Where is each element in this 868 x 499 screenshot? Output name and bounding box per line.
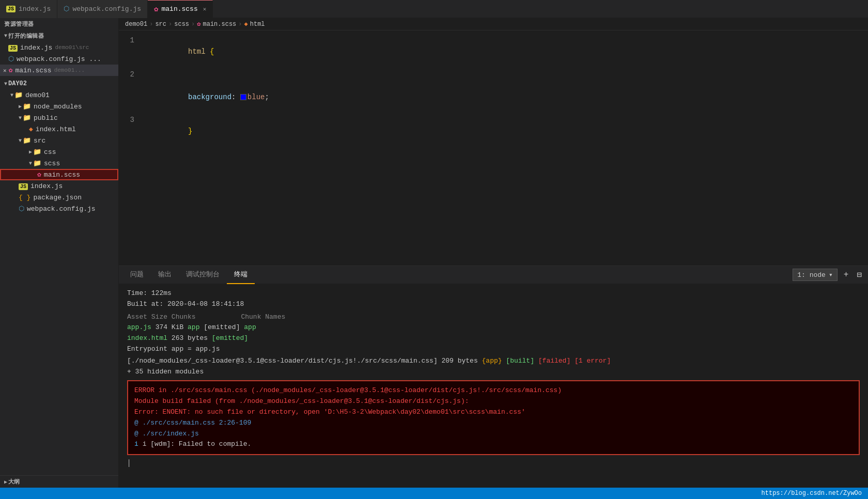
line-content-2: background: blue; xyxy=(145,69,868,114)
tab-close-main-scss[interactable]: ✕ xyxy=(203,6,207,12)
dropdown-value: 1: node xyxy=(797,271,826,279)
outline-header[interactable]: ▶ 大纲 xyxy=(0,475,118,488)
terminal-add-button[interactable]: + xyxy=(842,270,851,279)
json-icon: { } xyxy=(19,194,30,201)
breadcrumb-html-icon: ◆ xyxy=(244,20,248,28)
asset-index-html-emitted: [emitted] xyxy=(212,334,248,342)
editor-line-2: 2 background: blue; xyxy=(119,69,868,114)
colon: : xyxy=(231,93,240,101)
open-editors-label: 打开的编辑器 xyxy=(8,32,44,40)
breadcrumb-main-scss[interactable]: main.scss xyxy=(203,21,236,28)
open-editor-main-scss[interactable]: ✕ ✿ main.scss demo01... xyxy=(0,65,118,76)
editor-line-1: 1 html { xyxy=(119,35,868,69)
breadcrumb-sep-4: › xyxy=(238,21,242,28)
chevron-icon: ▼ xyxy=(4,33,7,39)
breadcrumb-sep-2: › xyxy=(168,21,172,28)
tab-debug-console[interactable]: 调试控制台 xyxy=(179,266,227,284)
folder-public[interactable]: ▼ 📁 public xyxy=(0,112,118,123)
folder-node-modules[interactable]: ▶ 📁 node_modules xyxy=(0,101,118,112)
folder-icon-css: 📁 xyxy=(33,148,41,156)
module-line-size: 209 bytes xyxy=(442,357,482,365)
line-content-3: } xyxy=(145,114,868,148)
error-line-5: @ ./src/index.js xyxy=(134,429,853,440)
src-chevron: ▼ xyxy=(19,138,22,144)
folder-label-node-modules: node_modules xyxy=(34,103,82,111)
folder-label-public: public xyxy=(34,114,58,122)
error-line-1: ERROR in ./src/scss/main.css (./node_mod… xyxy=(134,385,853,396)
file-index-html[interactable]: ◆ index.html xyxy=(0,123,118,135)
tab-output-label: 输出 xyxy=(158,270,172,279)
asset-app-js-size: 374 KiB xyxy=(156,323,188,331)
tab-label-index-js: index.js xyxy=(19,5,51,13)
tab-problems-label: 问题 xyxy=(130,270,144,279)
file-main-scss[interactable]: ✿ main.scss xyxy=(0,169,118,180)
status-bar: https://blog.csdn.net/ZywOo xyxy=(0,488,868,499)
terminal-time: Time: 122ms xyxy=(127,288,860,299)
tab-bar: JS index.js ⬡ webpack.config.js ✿ main.s… xyxy=(0,0,868,18)
brace-open: { xyxy=(206,48,214,56)
public-chevron: ▼ xyxy=(19,115,22,121)
node-modules-chevron: ▶ xyxy=(19,103,22,110)
breadcrumb-html[interactable]: html xyxy=(250,21,265,28)
tab-problems[interactable]: 问题 xyxy=(123,266,151,284)
line-num-3: 3 xyxy=(119,114,145,126)
scss-chevron: ▼ xyxy=(29,161,32,166)
module-line-error-count: [1 error] xyxy=(575,357,611,365)
scss-tree-icon: ✿ xyxy=(37,170,41,179)
tab-main-scss[interactable]: ✿ main.scss ✕ xyxy=(148,0,213,18)
folder-css[interactable]: ▶ 📁 css xyxy=(0,146,118,158)
breadcrumb-scss[interactable]: scss xyxy=(174,21,189,28)
line-content-1: html { xyxy=(145,35,868,69)
tab-index-js[interactable]: JS index.js xyxy=(0,0,57,18)
folder-label-demo01: demo01 xyxy=(25,91,50,99)
explorer-label: 资源管理器 xyxy=(4,20,34,28)
oe-sublabel-index-js: demo01\src xyxy=(55,44,89,51)
breadcrumb-sep-3: › xyxy=(191,21,195,28)
folder-demo01[interactable]: ▼ 📁 demo01 xyxy=(0,89,118,101)
explorer-header[interactable]: 资源管理器 xyxy=(0,18,118,30)
semicolon: ; xyxy=(265,93,269,101)
tab-output[interactable]: 输出 xyxy=(151,266,179,284)
folder-src[interactable]: ▼ 📁 src xyxy=(0,135,118,146)
file-package-json[interactable]: { } package.json xyxy=(0,192,118,203)
open-editor-index-js[interactable]: JS index.js demo01\src xyxy=(0,42,118,53)
line-num-2: 2 xyxy=(119,69,145,80)
code-editor[interactable]: 1 html { 2 background: blue; 3 } xyxy=(119,30,868,266)
oe-close-main-scss[interactable]: ✕ xyxy=(3,67,7,74)
file-webpack-config-tree[interactable]: ⬡ webpack.config.js xyxy=(0,203,118,214)
day02-header[interactable]: ▼ DAY02 xyxy=(0,78,118,89)
asset-app-js-chunk: app xyxy=(188,323,199,331)
folder-icon-demo01: 📁 xyxy=(14,91,23,99)
main-layout: 资源管理器 ▼ 打开的编辑器 JS index.js demo01\src ⬡ … xyxy=(0,18,868,488)
asset-app-js-emitted: [emitted] xyxy=(204,323,244,331)
file-label-webpack-config: webpack.config.js xyxy=(27,205,96,213)
tab-terminal[interactable]: 终端 xyxy=(227,266,255,284)
terminal-split-button[interactable]: ⊟ xyxy=(855,270,864,280)
breadcrumb: demo01 › src › scss › ✿ main.scss › ◆ ht… xyxy=(119,18,868,30)
brace-close: } xyxy=(188,127,192,135)
tab-terminal-label: 终端 xyxy=(234,270,247,279)
breadcrumb-src[interactable]: src xyxy=(155,21,166,28)
outline-chevron: ▶ xyxy=(4,479,7,485)
open-editors-header[interactable]: ▼ 打开的编辑器 xyxy=(0,30,118,42)
col-asset: Asset xyxy=(127,313,151,321)
scss-file-icon: ✿ xyxy=(9,66,13,74)
tab-webpack-config-js[interactable]: ⬡ webpack.config.js xyxy=(57,0,148,18)
breadcrumb-demo01[interactable]: demo01 xyxy=(125,21,147,28)
file-label-index-js: index.js xyxy=(30,182,63,190)
folder-icon-scss: 📁 xyxy=(33,159,41,167)
terminal-area: 问题 输出 调试控制台 终端 1: node ▾ + ⊟ xyxy=(119,266,868,488)
error-line-3: Error: ENOENT: no such file or directory… xyxy=(134,407,853,418)
folder-label-src: src xyxy=(34,137,45,145)
js-icon: JS xyxy=(6,6,16,12)
col-chunk-names: Chunk Names xyxy=(241,313,285,321)
folder-scss[interactable]: ▼ 📁 scss xyxy=(0,158,118,169)
file-index-js-tree[interactable]: JS index.js xyxy=(0,180,118,192)
folder-icon-public: 📁 xyxy=(23,114,31,122)
open-editor-webpack[interactable]: ⬡ webpack.config.js ... xyxy=(0,53,118,65)
keyword-html: html xyxy=(188,48,206,56)
file-label-main-scss: main.scss xyxy=(44,171,80,179)
terminal-content[interactable]: Time: 122ms Built at: 2020-04-08 18:41:1… xyxy=(119,284,868,488)
oe-sublabel-main-scss: demo01... xyxy=(54,67,85,73)
terminal-node-dropdown[interactable]: 1: node ▾ xyxy=(793,269,837,281)
